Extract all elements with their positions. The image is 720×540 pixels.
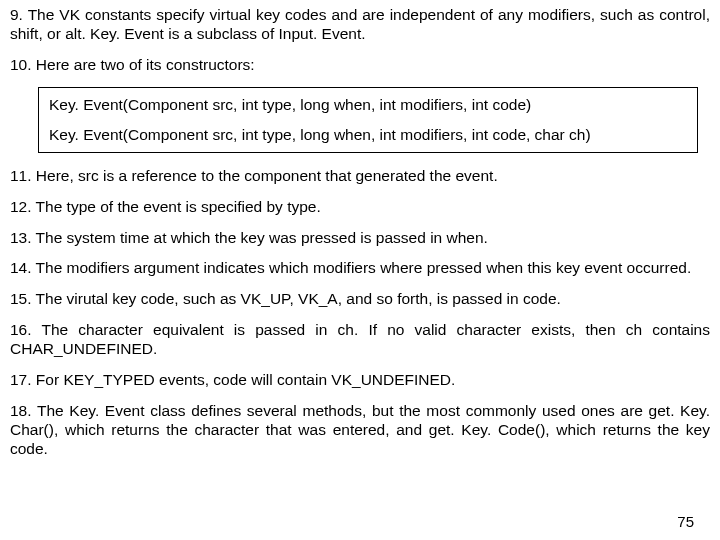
- paragraph-10: 10. Here are two of its constructors:: [10, 56, 710, 75]
- paragraph-12: 12. The type of the event is specified b…: [10, 198, 710, 217]
- paragraph-18: 18. The Key. Event class defines several…: [10, 402, 710, 459]
- paragraph-11: 11. Here, src is a reference to the comp…: [10, 167, 710, 186]
- paragraph-17: 17. For KEY_TYPED events, code will cont…: [10, 371, 710, 390]
- constructor-code-box: Key. Event(Component src, int type, long…: [38, 87, 698, 153]
- constructor-signature-2: Key. Event(Component src, int type, long…: [49, 126, 687, 144]
- page-number: 75: [677, 513, 694, 530]
- paragraph-13: 13. The system time at which the key was…: [10, 229, 710, 248]
- paragraph-14: 14. The modifiers argument indicates whi…: [10, 259, 710, 278]
- paragraph-16: 16. The character equivalent is passed i…: [10, 321, 710, 359]
- paragraph-15: 15. The virutal key code, such as VK_UP,…: [10, 290, 710, 309]
- paragraph-9: 9. The VK constants specify virtual key …: [10, 6, 710, 44]
- constructor-signature-1: Key. Event(Component src, int type, long…: [49, 96, 687, 114]
